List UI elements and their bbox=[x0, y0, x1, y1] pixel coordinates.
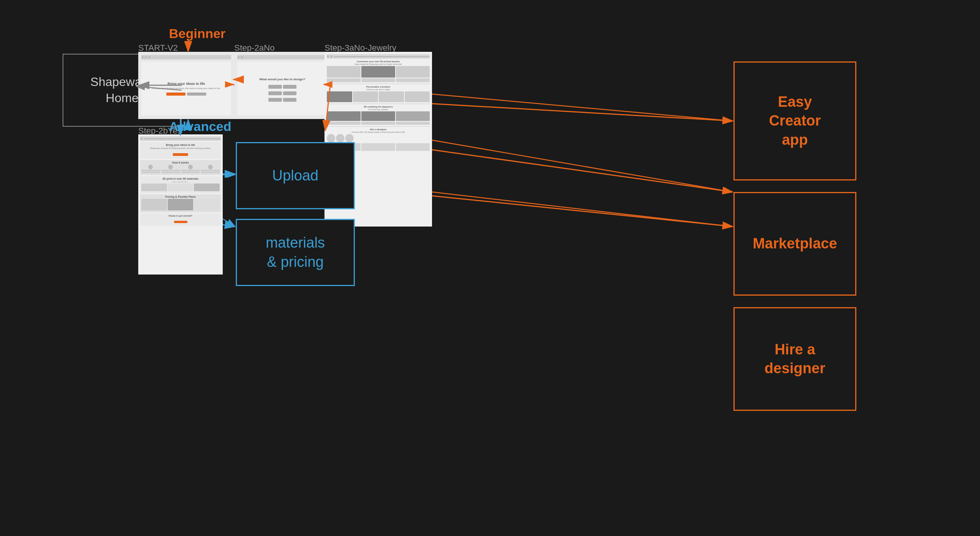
node-materials: materials& pricing bbox=[236, 219, 355, 286]
wf-start-hero: Bring your ideas to life bbox=[167, 82, 205, 86]
node-marketplace: Marketplace bbox=[733, 192, 856, 296]
svg-line-23 bbox=[432, 104, 733, 121]
node-upload: Upload bbox=[236, 142, 355, 209]
wf-section1: Customize your own 3D printed jewelry bbox=[327, 60, 430, 63]
canvas: START-V2 Step-2aNo Step-3aNo-Jewelry Ste… bbox=[0, 0, 980, 536]
wf-section3: 3D modeling for beginners bbox=[327, 106, 430, 108]
materials-title: materials& pricing bbox=[266, 233, 325, 271]
wf-step2b-pricing: Pricing & Flexible Plans bbox=[141, 195, 220, 198]
wireframe-start-v2: Bring your ideas to life Prototyping to … bbox=[138, 52, 234, 119]
wf-step2b-hero: Bring your ideas to life bbox=[142, 144, 219, 146]
node-hire-designer: Hire adesigner bbox=[733, 307, 856, 411]
wf-step2b-cta: Ready to get started? bbox=[141, 215, 220, 217]
wireframe-step2a: What would you like to design? bbox=[234, 52, 330, 119]
svg-line-29 bbox=[223, 225, 235, 227]
wf-step2a-question: What would you like to design? bbox=[259, 78, 305, 81]
label-beginner: Beginner bbox=[169, 26, 225, 41]
svg-line-14 bbox=[223, 219, 235, 227]
upload-title: Upload bbox=[272, 166, 318, 185]
node-easy-creator: EasyCreatorapp bbox=[733, 61, 856, 180]
wf-section2: Personalize a product bbox=[327, 86, 430, 88]
marketplace-title: Marketplace bbox=[749, 230, 841, 257]
wf-start-subtitle: Prototyping to finished products, the to… bbox=[152, 87, 221, 89]
svg-line-25 bbox=[432, 196, 733, 227]
svg-line-8 bbox=[432, 94, 732, 121]
hire-designer-title: Hire adesigner bbox=[761, 336, 829, 382]
wf-step2b-materials: 3D print in over 60 materials bbox=[141, 177, 220, 180]
easy-creator-title: EasyCreatorapp bbox=[765, 89, 824, 153]
svg-line-10 bbox=[432, 192, 732, 227]
svg-line-9 bbox=[432, 140, 732, 192]
wf-step2b-how: How it works bbox=[141, 161, 220, 164]
wf-section4: Hire a designer bbox=[327, 128, 430, 131]
wireframe-step2b: Bring your ideas to life Shapeways conne… bbox=[138, 134, 223, 275]
svg-line-24 bbox=[432, 150, 733, 192]
